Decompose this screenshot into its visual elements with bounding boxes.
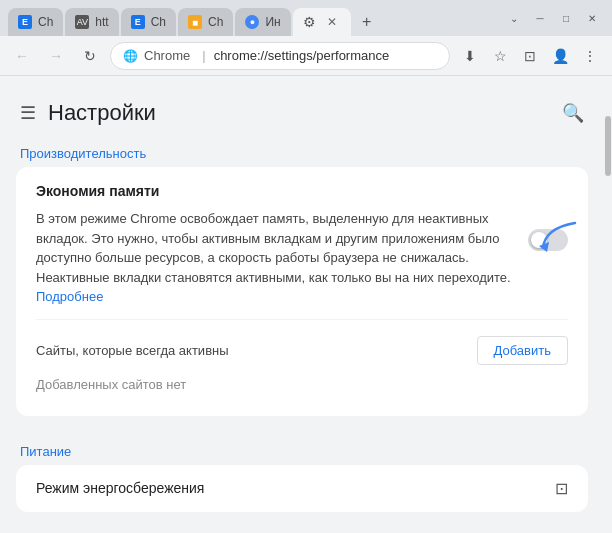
- battery-info-icon[interactable]: ⊡: [555, 479, 568, 498]
- tab-4-label: Ch: [208, 15, 223, 29]
- profile-icon[interactable]: 👤: [546, 42, 574, 70]
- maximize-button[interactable]: □: [554, 6, 578, 30]
- settings-title-row: ☰ Настройки: [20, 100, 156, 126]
- memory-saver-body: В этом режиме Chrome освобождает память,…: [36, 209, 568, 307]
- scrollbar-track[interactable]: [604, 76, 612, 533]
- memory-saver-toggle[interactable]: [528, 229, 568, 251]
- forward-button[interactable]: →: [42, 42, 70, 70]
- address-bar[interactable]: 🌐 Chrome | chrome://settings/performance: [110, 42, 450, 70]
- tab-1-icon: E: [18, 15, 32, 29]
- tab-4[interactable]: ■ Ch: [178, 8, 233, 36]
- add-site-button[interactable]: Добавить: [477, 336, 568, 365]
- scrollable-area[interactable]: ☰ Настройки 🔍 Производительность Экономи…: [0, 76, 604, 533]
- tab-3[interactable]: E Ch: [121, 8, 176, 36]
- lock-icon: 🌐: [123, 49, 138, 63]
- address-bar-actions: ⬇ ☆ ⊡ 👤 ⋮: [456, 42, 604, 70]
- power-section-heading: Питание: [0, 432, 604, 461]
- tab-2-label: htt: [95, 15, 108, 29]
- back-button[interactable]: ←: [8, 42, 36, 70]
- battery-saver-card: Режим энергосбережения ⊡: [16, 465, 588, 512]
- tab-1-label: Ch: [38, 15, 53, 29]
- performance-section-heading: Производительность: [0, 134, 604, 163]
- chevron-down-icon[interactable]: ⌄: [502, 6, 526, 30]
- tab-3-icon: E: [131, 15, 145, 29]
- memory-saver-card: Экономия памяти В этом режиме Chrome осв…: [16, 167, 588, 416]
- tab-6-icon: ⚙: [303, 15, 317, 29]
- split-view-icon[interactable]: ⊡: [516, 42, 544, 70]
- memory-saver-toggle-container: [528, 229, 568, 251]
- reload-button[interactable]: ↻: [76, 42, 104, 70]
- download-icon[interactable]: ⬇: [456, 42, 484, 70]
- battery-saver-title: Режим энергосбережения: [36, 480, 204, 496]
- spacer: [0, 420, 604, 432]
- browser-frame: E Ch AV htt E Ch ■ Ch ● Ин: [0, 0, 612, 533]
- scrollbar-thumb[interactable]: [605, 116, 611, 176]
- tab-2[interactable]: AV htt: [65, 8, 118, 36]
- memory-saver-title: Экономия памяти: [36, 183, 159, 199]
- active-sites-row: Сайты, которые всегда активны Добавить: [36, 332, 568, 369]
- search-icon[interactable]: 🔍: [562, 102, 584, 124]
- no-sites-text: Добавленных сайтов нет: [36, 369, 568, 400]
- title-bar: E Ch AV htt E Ch ■ Ch ● Ин: [0, 0, 612, 36]
- tab-6-close[interactable]: ✕: [323, 13, 341, 31]
- toggle-slider[interactable]: [528, 229, 568, 251]
- tab-3-label: Ch: [151, 15, 166, 29]
- tab-group: E Ch AV htt E Ch ■ Ch ● Ин: [8, 0, 490, 36]
- memory-saver-description: В этом режиме Chrome освобождает память,…: [36, 209, 512, 307]
- close-button[interactable]: ✕: [580, 6, 604, 30]
- divider-1: [36, 319, 568, 320]
- active-sites-label: Сайты, которые всегда активны: [36, 343, 229, 358]
- bookmark-icon[interactable]: ☆: [486, 42, 514, 70]
- more-menu-icon[interactable]: ⋮: [576, 42, 604, 70]
- hamburger-icon[interactable]: ☰: [20, 102, 36, 124]
- tab-2-icon: AV: [75, 15, 89, 29]
- settings-header: ☰ Настройки 🔍: [0, 84, 604, 134]
- page-content: ☰ Настройки 🔍 Производительность Экономи…: [0, 76, 612, 533]
- address-bar-row: ← → ↻ 🌐 Chrome | chrome://settings/perfo…: [0, 36, 612, 76]
- address-separator: |: [202, 48, 205, 63]
- page-title: Настройки: [48, 100, 156, 126]
- tab-1[interactable]: E Ch: [8, 8, 63, 36]
- tab-6[interactable]: ⚙ ✕: [293, 8, 351, 36]
- learn-more-link[interactable]: Подробнее: [36, 289, 103, 304]
- tab-4-icon: ■: [188, 15, 202, 29]
- tab-5-label: Ин: [265, 15, 280, 29]
- minimize-button[interactable]: ─: [528, 6, 552, 30]
- window-controls: ⌄ ─ □ ✕: [502, 6, 604, 30]
- site-label: Chrome: [144, 48, 190, 63]
- tab-5-icon: ●: [245, 15, 259, 29]
- battery-row: Режим энергосбережения ⊡: [36, 479, 568, 498]
- content-with-scrollbar: ☰ Настройки 🔍 Производительность Экономи…: [0, 76, 612, 533]
- new-tab-button[interactable]: +: [353, 8, 381, 36]
- url-text: chrome://settings/performance: [214, 48, 437, 63]
- tab-5[interactable]: ● Ин: [235, 8, 290, 36]
